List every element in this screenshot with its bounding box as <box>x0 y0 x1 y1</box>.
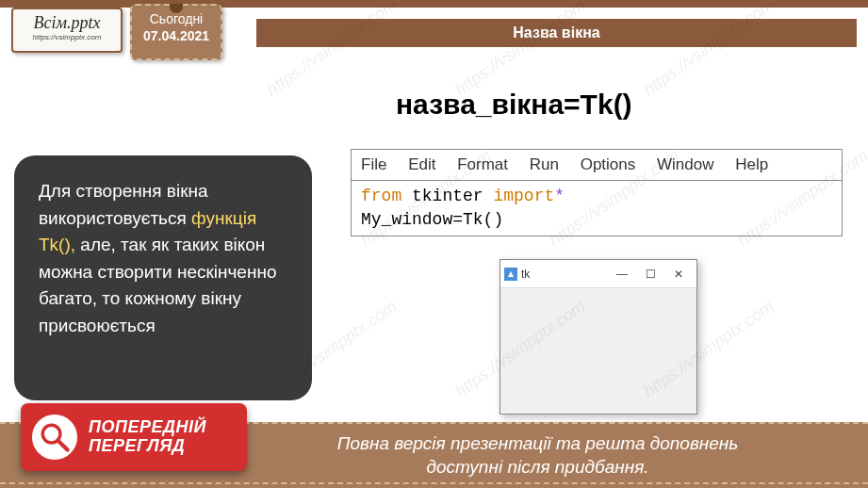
menu-edit[interactable]: Edit <box>408 155 435 173</box>
menu-format[interactable]: Format <box>457 155 508 173</box>
tk-feather-icon <box>504 268 517 281</box>
preview-line1: ПОПЕРЕДНІЙ <box>89 418 206 437</box>
code-editor-panel: File Edit Format Run Options Window Help… <box>351 149 843 236</box>
footer-line1: Повна версія презентації та решта доповн… <box>337 433 739 453</box>
footer-text: Повна версія презентації та решта доповн… <box>337 432 739 479</box>
textbox-part1: Для створення вікна використовується <box>39 181 208 228</box>
close-button[interactable]: ✕ <box>664 264 693 285</box>
kw-import: import <box>493 187 554 205</box>
menu-run[interactable]: Run <box>530 155 559 173</box>
code-star: * <box>554 187 565 205</box>
logo-title: Всім.pptx <box>21 13 113 33</box>
logo-tag: Всім.pptx https://vsimpptx.com <box>11 8 123 53</box>
svg-line-1 <box>57 440 67 449</box>
code-line-2: My_window=Tk() <box>361 208 832 232</box>
watermark-text: https://vsimpptx.com <box>263 0 401 100</box>
logo-url: https://vsimpptx.com <box>21 33 113 41</box>
preview-badge[interactable]: ПОПЕРЕДНІЙ ПЕРЕГЛЯД <box>21 403 247 471</box>
date-tag: Сьогодні 07.04.2021 <box>130 4 222 60</box>
date-value: 07.04.2021 <box>136 28 217 43</box>
code-body: from tkinter import* My_window=Tk() <box>352 181 842 236</box>
formula-heading: назва_вікна=Tk() <box>396 89 632 121</box>
title-text: Назва вікна <box>513 24 599 41</box>
tk-window-title: tk <box>521 268 608 281</box>
code-module: tkinter <box>401 187 493 205</box>
tk-titlebar: tk — ☐ ✕ <box>500 260 696 288</box>
menu-options[interactable]: Options <box>581 155 636 173</box>
menu-file[interactable]: File <box>361 155 386 173</box>
title-bar: Назва вікна <box>256 19 857 47</box>
watermark-text: https://vsimpptx.com <box>640 0 778 100</box>
menu-help[interactable]: Help <box>735 155 768 173</box>
watermark-text: https://vsimpptx.com <box>451 0 589 100</box>
maximize-button[interactable]: ☐ <box>636 264 664 285</box>
explanation-box: Для створення вікна використовується фун… <box>14 155 312 400</box>
code-menu-bar: File Edit Format Run Options Window Help <box>352 150 842 181</box>
preview-line2: ПЕРЕГЛЯД <box>89 437 206 456</box>
magnifier-icon <box>32 415 77 460</box>
date-today-label: Сьогодні <box>136 11 217 26</box>
footer-line2: доступні після придбання. <box>426 457 648 477</box>
preview-text: ПОПЕРЕДНІЙ ПЕРЕГЛЯД <box>89 418 206 456</box>
menu-window[interactable]: Window <box>657 155 713 173</box>
kw-from: from <box>361 187 401 205</box>
code-line-1: from tkinter import* <box>361 185 832 208</box>
tk-window-preview: tk — ☐ ✕ <box>500 259 697 415</box>
minimize-button[interactable]: — <box>608 264 636 285</box>
